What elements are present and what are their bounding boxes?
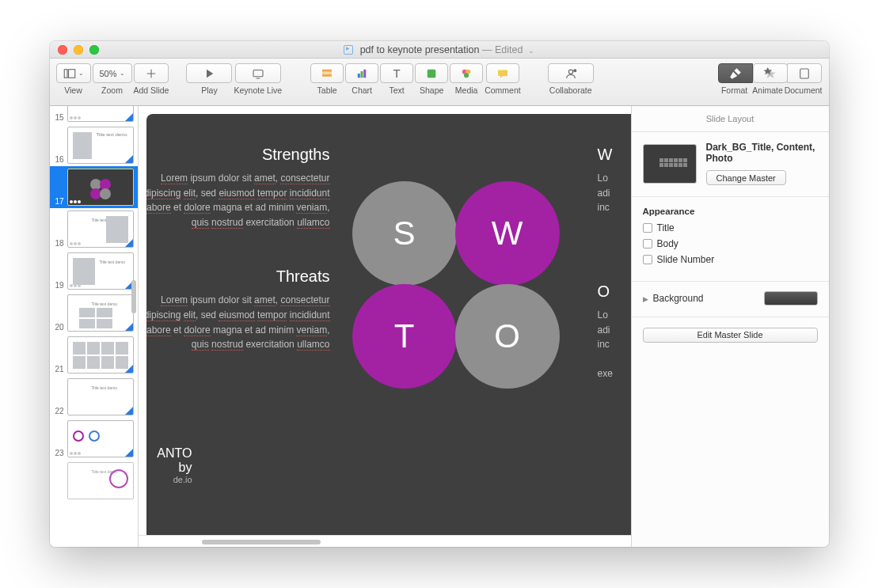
slide-layout-tab[interactable]: Slide Layout bbox=[632, 106, 829, 132]
play-label: Play bbox=[201, 85, 217, 95]
thumb-row[interactable]: 21 bbox=[50, 334, 138, 376]
view-group: ⌄ View bbox=[56, 63, 91, 95]
chart-icon bbox=[355, 66, 369, 81]
slide-thumb[interactable]: Title text demo bbox=[67, 378, 134, 415]
t-letter: T bbox=[394, 317, 415, 355]
svg-marker-4 bbox=[207, 69, 213, 78]
threats-circle[interactable]: T bbox=[352, 284, 457, 389]
slide-canvas[interactable]: Strengths Lorem ipsum dolor sit amet, co… bbox=[139, 106, 631, 535]
window-close-button[interactable] bbox=[58, 45, 67, 55]
horizontal-scrollbar[interactable] bbox=[139, 535, 631, 547]
slide-number-checkbox-row[interactable]: Slide Number bbox=[643, 254, 818, 265]
thumb-row[interactable]: 16 Title text demo bbox=[50, 124, 138, 166]
window-zoom-button[interactable] bbox=[89, 45, 99, 55]
master-preview bbox=[643, 144, 697, 184]
comment-indicator-icon bbox=[70, 452, 81, 455]
right-text-column[interactable]: W Loadiinc O Loadiinc exe bbox=[598, 146, 631, 381]
comment-button[interactable] bbox=[486, 63, 519, 83]
format-group: Format Animate Document bbox=[718, 63, 823, 95]
change-master-button[interactable]: Change Master bbox=[706, 170, 786, 185]
collaborate-button[interactable] bbox=[548, 63, 594, 83]
thumb-row[interactable]: 22 Title text demo bbox=[50, 376, 138, 418]
w-letter: W bbox=[492, 214, 523, 252]
title-checkbox-label: Title bbox=[657, 222, 675, 233]
format-button[interactable] bbox=[718, 63, 753, 83]
weaknesses-body-clipped: Loadiinc bbox=[598, 171, 631, 245]
keynote-live-button[interactable] bbox=[235, 63, 281, 83]
thumb-row[interactable]: Title text demo bbox=[50, 460, 138, 502]
collaborate-icon bbox=[564, 66, 578, 81]
thumb-row[interactable]: 23 bbox=[50, 418, 138, 460]
thumb-row[interactable]: 19 Title text demo bbox=[50, 250, 138, 292]
window-minimize-button[interactable] bbox=[74, 45, 83, 55]
inspector-segment bbox=[718, 63, 822, 83]
slide-navigator[interactable]: 15 16 Title text demo 17 bbox=[50, 106, 139, 547]
slide-number-checkbox-label: Slide Number bbox=[657, 254, 715, 265]
view-icon bbox=[63, 66, 77, 81]
shape-button[interactable] bbox=[415, 63, 448, 83]
animate-button[interactable] bbox=[753, 63, 788, 83]
view-button[interactable]: ⌄ bbox=[56, 63, 91, 83]
slide-thumb[interactable] bbox=[67, 106, 134, 122]
master-name: Dark_BG_Title, Content, Photo bbox=[706, 142, 818, 164]
body-checkbox-row[interactable]: Body bbox=[643, 238, 818, 249]
o-letter: O bbox=[494, 317, 520, 355]
checkbox[interactable] bbox=[643, 239, 652, 248]
appearance-section: Appearance Title Body Slide Number bbox=[632, 197, 829, 282]
left-text-column[interactable]: Strengths Lorem ipsum dolor sit amet, co… bbox=[146, 146, 330, 352]
navigator-scrollbar[interactable] bbox=[131, 280, 136, 313]
slide-thumb[interactable]: Title text demo bbox=[67, 294, 134, 332]
media-button[interactable] bbox=[450, 63, 483, 83]
edit-master-slide-button[interactable]: Edit Master Slide bbox=[643, 328, 818, 343]
slide-thumb[interactable] bbox=[67, 420, 134, 457]
view-label: View bbox=[64, 85, 82, 95]
chevron-down-icon: ⌄ bbox=[120, 70, 125, 77]
chart-button[interactable] bbox=[345, 63, 378, 83]
thumb-row[interactable]: 18 Title text demo bbox=[50, 208, 138, 250]
add-slide-button[interactable] bbox=[134, 63, 169, 83]
svg-rect-11 bbox=[361, 71, 363, 78]
thumb-row[interactable]: 20 Title text demo bbox=[50, 292, 138, 334]
thumb-row-selected[interactable]: 17 bbox=[50, 166, 138, 208]
plus-icon bbox=[144, 66, 158, 81]
weaknesses-circle[interactable]: W bbox=[455, 181, 560, 286]
strengths-body: Lorem ipsum dolor sit amet, consectetur … bbox=[146, 171, 330, 230]
zoom-group: 50% ⌄ Zoom bbox=[93, 63, 132, 95]
text-button[interactable]: T bbox=[380, 63, 413, 83]
checkbox[interactable] bbox=[643, 223, 652, 233]
slide-number: 20 bbox=[51, 323, 64, 332]
slide-thumb[interactable] bbox=[67, 169, 134, 206]
slide-thumb[interactable] bbox=[67, 336, 134, 374]
play-button[interactable] bbox=[186, 63, 232, 83]
threats-body: Lorem ipsum dolor sit amet, consectetur … bbox=[146, 293, 330, 351]
table-button[interactable] bbox=[310, 63, 344, 83]
zoom-button[interactable]: 50% ⌄ bbox=[93, 63, 132, 83]
svg-marker-18 bbox=[500, 76, 503, 78]
slide[interactable]: Strengths Lorem ipsum dolor sit amet, co… bbox=[146, 114, 631, 535]
background-label: Background bbox=[653, 293, 704, 304]
slide-thumb[interactable]: Title text demo bbox=[67, 127, 134, 164]
background-color-swatch[interactable] bbox=[764, 291, 818, 305]
svg-rect-23 bbox=[800, 69, 809, 78]
slide-thumb[interactable]: Title text demo bbox=[67, 252, 134, 290]
thumb-row[interactable]: 15 bbox=[50, 106, 138, 124]
comment-indicator-icon bbox=[70, 284, 81, 287]
slide-thumb[interactable]: Title text demo bbox=[67, 211, 134, 248]
document-button[interactable] bbox=[787, 63, 822, 83]
document-proxy-icon[interactable] bbox=[344, 45, 353, 55]
opportunities-circle[interactable]: O bbox=[455, 284, 560, 389]
background-disclosure[interactable]: ▶Background bbox=[643, 293, 704, 304]
slide-footer[interactable]: ANTO by de.io bbox=[146, 446, 192, 484]
master-section: Dark_BG_Title, Content, Photo Change Mas… bbox=[632, 132, 829, 197]
slide-thumb[interactable]: Title text demo bbox=[67, 462, 134, 499]
title-dropdown-icon[interactable]: ⌄ bbox=[526, 47, 534, 55]
comment-label: Comment bbox=[485, 85, 521, 95]
strengths-circle[interactable]: S bbox=[352, 181, 457, 286]
keynote-window: pdf to keynote presentation — Edited ⌄ ⌄… bbox=[50, 41, 829, 547]
traffic-lights bbox=[50, 45, 99, 55]
scrollbar-thumb[interactable] bbox=[202, 540, 321, 544]
format-label: Format bbox=[718, 85, 751, 95]
checkbox[interactable] bbox=[643, 255, 652, 264]
title-checkbox-row[interactable]: Title bbox=[643, 222, 818, 233]
text-icon: T bbox=[390, 66, 404, 81]
